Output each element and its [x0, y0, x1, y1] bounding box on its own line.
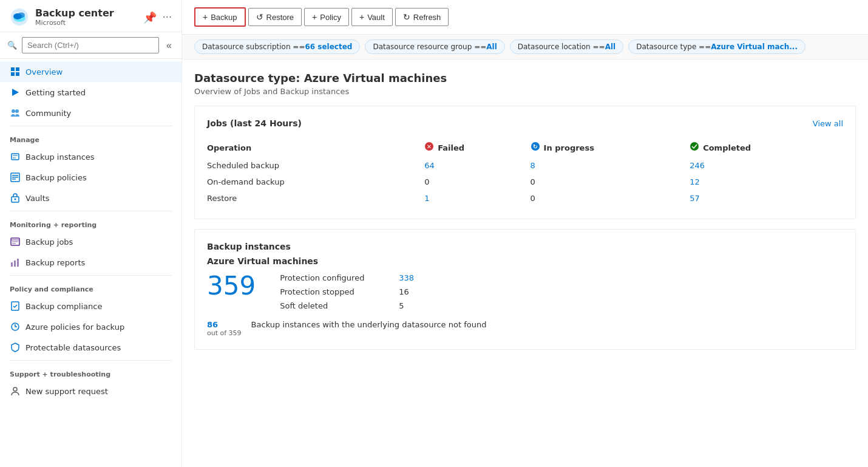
sidebar-item-overview[interactable]: Overview [0, 61, 181, 82]
backup-compliance-label: Backup compliance [25, 302, 102, 311]
backup-button[interactable]: + Backup [194, 7, 246, 27]
footer-sublabel: out of 359 [207, 329, 242, 337]
policy-button[interactable]: + Policy [304, 8, 349, 26]
search-input[interactable] [22, 37, 159, 53]
azure-policies-icon [10, 321, 21, 332]
scheduled-failed-value[interactable]: 64 [424, 161, 435, 170]
svg-rect-24 [11, 262, 13, 267]
overview-icon [10, 66, 21, 77]
sidebar: Backup center Microsoft 📌 ··· 🔍 « Overvi… [0, 0, 182, 467]
sidebar-item-backup-reports[interactable]: Backup reports [0, 252, 181, 273]
failed-status-icon: ✕ [424, 141, 434, 154]
instances-total-number: 359 [207, 273, 256, 299]
restore-button[interactable]: ↺ Restore [248, 8, 302, 26]
pin-icon[interactable]: 📌 [143, 11, 157, 24]
app-logo [10, 7, 29, 27]
footer-number[interactable]: 86 [207, 320, 242, 329]
svg-rect-7 [16, 72, 19, 76]
table-row: Restore 1 0 57 [207, 190, 843, 206]
table-row: Scheduled backup 64 8 246 [207, 157, 843, 174]
filter-subscription[interactable]: Datasource subscription == 66 selected [194, 39, 360, 54]
restore-completed-value[interactable]: 57 [690, 194, 700, 203]
sidebar-nav: Overview Getting started Community Manag… [0, 59, 181, 467]
protectable-datasources-icon [10, 342, 21, 353]
svg-rect-4 [11, 67, 15, 71]
backup-instances-label: Backup instances [25, 152, 95, 162]
vault-plus-icon: + [359, 12, 364, 22]
svg-point-9 [12, 109, 15, 113]
more-icon[interactable]: ··· [163, 12, 172, 23]
restore-label: Restore [266, 13, 294, 22]
sidebar-item-azure-policies[interactable]: Azure policies for backup [0, 316, 181, 337]
op-restore: Restore [207, 190, 424, 206]
backup-jobs-label: Backup jobs [25, 237, 73, 247]
overview-label: Overview [25, 67, 63, 77]
in-progress-status-icon: ↻ [531, 141, 540, 154]
svg-rect-25 [14, 261, 16, 267]
vault-label: Vault [367, 13, 385, 22]
sidebar-item-backup-policies[interactable]: Backup policies [0, 167, 181, 188]
svg-point-19 [15, 199, 16, 200]
support-section-label: Support + troubleshooting [0, 363, 181, 381]
sidebar-item-backup-instances[interactable]: Backup instances [0, 146, 181, 167]
sidebar-item-backup-compliance[interactable]: Backup compliance [0, 296, 181, 316]
vaults-label: Vaults [25, 194, 50, 203]
stat-row-protection-stopped: Protection stopped 16 [280, 287, 414, 296]
backup-plus-icon: + [203, 12, 208, 22]
filter-bar: Datasource subscription == 66 selected D… [182, 35, 868, 60]
vault-button[interactable]: + Vault [351, 8, 393, 26]
sidebar-item-community[interactable]: Community [0, 103, 181, 123]
ondemand-failed-value: 0 [424, 177, 429, 186]
filter-datasource-type[interactable]: Datasource type == Azure Virtual mach... [628, 39, 805, 54]
svg-point-29 [13, 387, 17, 391]
sidebar-item-backup-jobs[interactable]: Backup jobs [0, 231, 181, 252]
monitoring-section-label: Monitoring + reporting [0, 214, 181, 231]
svg-rect-26 [17, 259, 19, 267]
sidebar-item-vaults[interactable]: Vaults [0, 188, 181, 208]
app-subtitle: Microsoft [35, 19, 114, 27]
view-all-jobs-link[interactable]: View all [813, 119, 843, 128]
collapse-button[interactable]: « [164, 39, 174, 52]
op-ondemand: On-demand backup [207, 174, 424, 190]
jobs-table: Operation ✕ Failed [207, 138, 843, 206]
instances-card: Backup instances Azure Virtual machines … [194, 229, 856, 350]
op-scheduled: Scheduled backup [207, 157, 424, 174]
community-label: Community [25, 109, 71, 118]
ondemand-progress-value: 0 [531, 177, 535, 186]
svg-rect-16 [12, 177, 18, 178]
filter-subscription-value: 66 selected [305, 43, 352, 51]
support-divider [10, 360, 172, 361]
sidebar-item-new-support[interactable]: New support request [0, 381, 181, 401]
search-icon: 🔍 [7, 41, 17, 50]
filter-location[interactable]: Datasource location == All [510, 39, 623, 54]
datasource-title: Datasource type: Azure Virtual machines [194, 72, 856, 84]
datasource-subtitle: Overview of Jobs and Backup instances [194, 87, 856, 96]
filter-location-label: Datasource location == [518, 43, 605, 51]
monitoring-divider [10, 211, 172, 211]
scheduled-progress-value[interactable]: 8 [531, 161, 535, 170]
manage-section-label: Manage [0, 129, 181, 146]
restore-failed-value[interactable]: 1 [424, 194, 429, 203]
filter-resource-group[interactable]: Datasource resource group == All [365, 39, 504, 54]
sidebar-item-getting-started[interactable]: Getting started [0, 82, 181, 103]
protection-configured-value[interactable]: 338 [399, 273, 414, 282]
backup-jobs-icon [10, 236, 21, 247]
protectable-datasources-label: Protectable datasources [25, 343, 121, 352]
scheduled-completed-value[interactable]: 246 [690, 161, 705, 170]
svg-rect-22 [12, 241, 18, 242]
backup-instances-icon [10, 151, 21, 162]
getting-started-icon [10, 87, 21, 98]
protection-stopped-label: Protection stopped [280, 287, 389, 296]
col-operation: Operation [207, 138, 424, 157]
app-title: Backup center [35, 7, 114, 19]
svg-point-3 [18, 13, 25, 18]
svg-rect-12 [13, 155, 18, 156]
ondemand-completed-value[interactable]: 12 [690, 177, 700, 186]
col-completed-label: Completed [703, 143, 751, 152]
instances-vm-subtitle: Azure Virtual machines [207, 256, 843, 266]
svg-rect-11 [12, 154, 19, 160]
svg-text:↻: ↻ [532, 143, 537, 150]
sidebar-item-protectable-datasources[interactable]: Protectable datasources [0, 337, 181, 358]
jobs-card: Jobs (last 24 Hours) View all Operation … [194, 106, 856, 219]
refresh-button[interactable]: ↻ Refresh [395, 8, 449, 26]
